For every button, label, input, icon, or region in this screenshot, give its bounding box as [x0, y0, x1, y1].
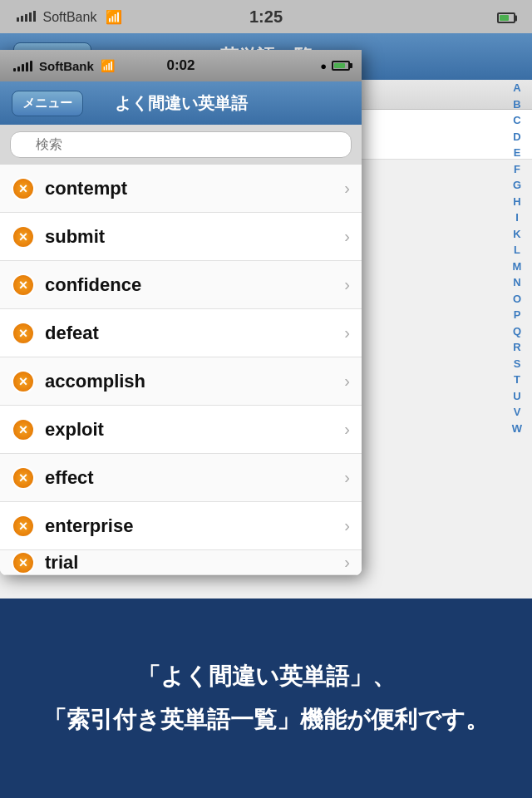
list-item-enterprise[interactable]: × enterprise ›	[0, 502, 362, 550]
word-submit: submit	[45, 226, 337, 248]
list-item-accomplish[interactable]: × accomplish ›	[0, 357, 362, 406]
chevron-icon-enterprise: ›	[344, 516, 350, 535]
wifi-icon: 📶	[101, 59, 115, 72]
list-item-defeat[interactable]: × defeat ›	[0, 309, 362, 357]
word-confidence: confidence	[45, 274, 337, 296]
remove-icon-effect: ×	[12, 466, 35, 490]
bottom-line2: 「索引付き英単語一覧」機能が便利です。	[43, 702, 489, 737]
fg-app: SoftBank 📶 0:02 ● メニュー よく間違い英単語 🔍 × cont…	[0, 50, 362, 575]
signal-bar-5	[30, 61, 32, 71]
alpha-q[interactable]: Q	[513, 323, 521, 340]
chevron-icon-exploit: ›	[344, 420, 350, 439]
bottom-text-area: 「よく間違い英単語」、 「索引付き英単語一覧」機能が便利です。	[0, 598, 532, 798]
alpha-g[interactable]: G	[513, 177, 521, 194]
alpha-f[interactable]: F	[514, 161, 520, 178]
fg-nav-title: よく間違い英単語	[115, 92, 248, 115]
chevron-icon-defeat: ›	[344, 323, 350, 342]
alpha-l[interactable]: L	[514, 242, 520, 259]
remove-icon-contempt: ×	[12, 177, 35, 200]
signal-bars	[13, 60, 32, 71]
alpha-s[interactable]: S	[514, 356, 521, 372]
remove-icon-confidence: ×	[12, 273, 35, 297]
list-item-effect[interactable]: × effect ›	[0, 454, 362, 502]
alpha-i[interactable]: I	[515, 209, 519, 226]
charging-icon: ●	[320, 60, 327, 72]
fg-right-icons: ●	[320, 60, 350, 72]
bottom-line1: 「よく間違い英単語」、	[137, 659, 396, 694]
search-wrapper: 🔍	[10, 131, 352, 158]
alpha-b[interactable]: B	[513, 96, 520, 113]
alpha-v[interactable]: V	[514, 404, 521, 421]
alpha-a[interactable]: A	[513, 80, 520, 96]
alpha-d[interactable]: D	[513, 129, 520, 145]
word-defeat: defeat	[45, 323, 337, 344]
remove-icon-accomplish: ×	[12, 370, 35, 393]
alpha-o[interactable]: O	[513, 291, 521, 308]
word-trial: trial	[45, 552, 337, 574]
alpha-n[interactable]: N	[513, 274, 520, 291]
remove-icon-submit: ×	[12, 225, 35, 249]
alpha-r[interactable]: R	[513, 339, 520, 356]
chevron-icon-trial: ›	[344, 553, 350, 572]
fg-carrier: SoftBank 📶	[13, 59, 115, 73]
alpha-p[interactable]: P	[514, 307, 521, 323]
list-item-trial[interactable]: × trial ›	[0, 550, 362, 575]
remove-icon-trial: ×	[12, 551, 35, 574]
alpha-c[interactable]: C	[513, 112, 520, 129]
chevron-icon-effect: ›	[344, 468, 350, 487]
chevron-icon-contempt: ›	[344, 179, 350, 198]
alpha-k[interactable]: K	[513, 226, 520, 243]
alpha-h[interactable]: H	[513, 194, 520, 210]
remove-icon-exploit: ×	[12, 418, 35, 441]
battery-fill	[334, 63, 345, 68]
fg-nav-bar: メニュー よく間違い英単語	[0, 81, 362, 125]
fg-status-bar: SoftBank 📶 0:02 ●	[0, 50, 362, 81]
bg-battery	[497, 10, 515, 23]
search-input[interactable]	[10, 131, 352, 158]
chevron-icon-submit: ›	[344, 227, 350, 246]
remove-icon-defeat: ×	[12, 322, 35, 345]
bg-status-bar: SoftBank 📶 1:25	[0, 0, 532, 33]
chevron-icon-accomplish: ›	[344, 372, 350, 391]
bg-time: 1:25	[249, 7, 283, 27]
signal-bar-3	[22, 64, 24, 71]
alpha-t[interactable]: T	[514, 372, 520, 388]
word-accomplish: accomplish	[45, 371, 337, 392]
alpha-u[interactable]: U	[513, 388, 520, 405]
fg-back-button[interactable]: メニュー	[12, 91, 83, 116]
search-bar: 🔍	[0, 125, 362, 165]
bg-carrier: SoftBank 📶	[17, 9, 122, 25]
alpha-m[interactable]: M	[513, 259, 522, 275]
fg-carrier-name: SoftBank	[39, 59, 94, 73]
signal-bar-4	[26, 62, 28, 71]
word-exploit: exploit	[45, 419, 337, 441]
chevron-icon-confidence: ›	[344, 275, 350, 294]
alpha-e[interactable]: E	[514, 145, 521, 161]
alphabet-sidebar: A B C D E F G H I K L M N O P Q R S T U …	[502, 80, 532, 436]
list-item-contempt[interactable]: × contempt ›	[0, 165, 362, 213]
remove-icon-enterprise: ×	[12, 515, 35, 538]
list-item-exploit[interactable]: × exploit ›	[0, 406, 362, 454]
fg-time: 0:02	[166, 57, 195, 74]
word-list: × contempt › × submit › × confidence › ×…	[0, 165, 362, 575]
word-effect: effect	[45, 467, 337, 489]
signal-bar-1	[13, 68, 16, 71]
signal-bar-2	[17, 66, 20, 71]
battery-icon	[332, 61, 350, 71]
word-enterprise: enterprise	[45, 515, 337, 537]
word-contempt: contempt	[45, 178, 337, 200]
list-item-submit[interactable]: × submit ›	[0, 213, 362, 261]
alpha-w[interactable]: W	[512, 421, 522, 437]
list-item-confidence[interactable]: × confidence ›	[0, 261, 362, 309]
